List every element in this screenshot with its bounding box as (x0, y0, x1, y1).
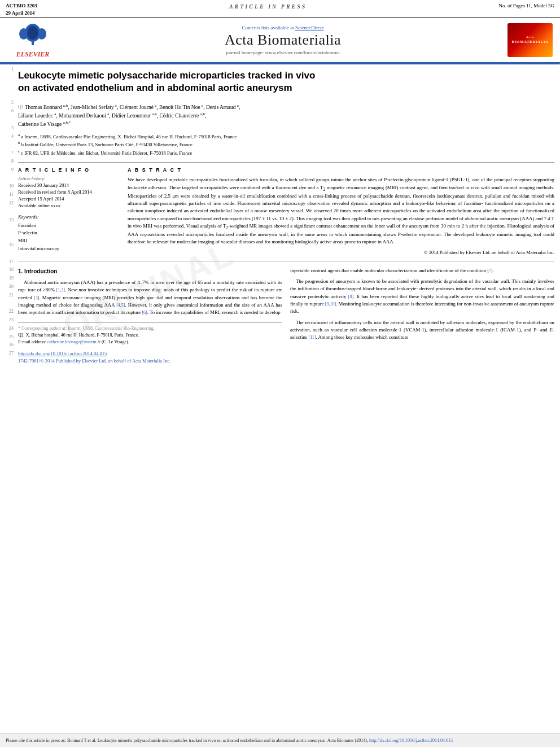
keyword-fucoidan: Fucoidan (18, 222, 120, 230)
journal-title: Acta Biomaterialia (225, 32, 341, 49)
author-catherine: Catherine Le Visage a,b,* (18, 121, 71, 127)
available-date: Available online xxxx (18, 203, 120, 209)
q2-marker: * Corresponding author at: Inserm, U698,… (18, 326, 155, 331)
citation-doi-link[interactable]: http://dx.doi.org/10.1016/j.actbio.2014.… (369, 738, 453, 743)
intro-section-title: 1. Introduction (18, 267, 282, 276)
affiliations: a a Inserm, U698, Cardiovascular Bio-Eng… (18, 132, 554, 157)
line-27: 27 (0, 350, 14, 359)
affil-b: b b Institut Galilée, Université Paris 1… (18, 140, 554, 148)
line-blank (0, 175, 14, 184)
corresponding-author-note: * Corresponding author at: Inserm, U698,… (18, 325, 282, 346)
line-21: 21 (0, 292, 14, 300)
top-header: ACTBIO 3203 29 April 2014 ARTICLE IN PRE… (0, 0, 560, 18)
accepted-date: Accepted 15 April 2014 (18, 196, 120, 203)
article-in-press-stamp: ARTICLE IN PRESS (229, 2, 307, 10)
history-label: Article history: (18, 176, 120, 181)
ref-9-10[interactable]: [9,10] (325, 302, 336, 307)
email-link[interactable]: catherine.levisage@inserm.fr (47, 339, 100, 344)
journal-code-block: ACTBIO 3203 29 April 2014 (6, 2, 37, 16)
svg-point-4 (27, 26, 38, 40)
sciencedirect-link[interactable]: ScienceDirect (295, 25, 323, 30)
ref-7[interactable]: [7] (487, 268, 492, 273)
copyright-line: © 2014 Published by Elsevier Ltd. on beh… (128, 250, 554, 255)
keyword-mri: MRI (18, 237, 120, 245)
citation-text: Please cite this article in press as: Bo… (6, 738, 368, 743)
footnote-area: * Corresponding author at: Inserm, U698,… (18, 322, 282, 346)
journal-homepage: journal homepage: www.elsevier.com/locat… (226, 50, 340, 55)
line-blank (0, 208, 14, 217)
line-4: 4 (0, 133, 14, 142)
svg-point-2 (19, 28, 28, 40)
intro-left-col: 1. Introduction Abdominal aortic aneurys… (18, 267, 282, 365)
line-26: 26 (0, 342, 14, 350)
line-5: 5 (0, 99, 14, 108)
article-info-abstract-cols: A R T I C L E I N F O Article history: R… (18, 162, 554, 255)
journal-code: ACTBIO 3203 (6, 2, 37, 10)
line-3: 3 (0, 125, 14, 133)
intro-right-col: injectable contrast agents that enable m… (290, 267, 554, 365)
issn-line: 1742-7061/© 2014 Published by Elsevier L… (18, 357, 282, 365)
line-25: 25 (0, 334, 14, 342)
citation-bar: Please cite this article in press as: Bo… (0, 733, 560, 747)
ref-3[interactable]: [3] (34, 295, 39, 300)
svg-point-3 (37, 28, 46, 40)
elsevier-wordmark: ELSEVIER (16, 50, 50, 59)
abstract-col: A B S T R A C T We have developed inject… (128, 167, 554, 255)
q1-marker: Q1 (18, 105, 25, 110)
sciencedirect-text: Contents lists available at ScienceDirec… (242, 25, 324, 30)
keywords-block: Keywords: Fucoidan P-selectin MRI Intrav… (18, 214, 120, 252)
line-8: 8 (0, 158, 14, 167)
intro-para2: injectable contrast agents that enable m… (290, 267, 554, 274)
received-date: Received 30 January 2014 (18, 182, 120, 189)
section-divider-1 (18, 261, 554, 261)
ref-11[interactable]: [11] (309, 335, 316, 340)
doi-link-1[interactable]: http://dx.doi.org/10.1016/j.actbio.2014.… (18, 350, 282, 358)
revised-date: Received in revised form 8 April 2014 (18, 189, 120, 196)
author-thomas: Thomas Bonnard a,b, Jean-Michel Serfaty … (25, 104, 240, 110)
line-19: 19 (0, 275, 14, 283)
affil-c: c c IFR 02, UFR de Médecine, site Bichat… (18, 148, 554, 157)
line-22: 22 (0, 308, 14, 317)
q2-marker-text: Q2 X. Bichat hospital, 46 rue H. Huchard… (18, 333, 139, 338)
line-7: 7 (0, 150, 14, 158)
intro-para3: The progression of aneurysm is known to … (290, 278, 554, 316)
line-13: 13 (0, 217, 14, 225)
ref-4-5[interactable]: [4,5] (116, 303, 125, 308)
line-10: 10 (0, 183, 14, 191)
article-title-section: Leukocyte mimetic polysaccharide micropa… (18, 65, 554, 98)
line-blank (0, 300, 14, 309)
line-6: 6 (0, 108, 14, 116)
line-numbers-left: 1 5 6 3 4 7 8 9 10 11 12 13 15 17 18 19 … (0, 65, 16, 365)
line-12: 12 (0, 200, 14, 208)
line-1: 1 (0, 66, 14, 75)
line-11: 11 (0, 191, 14, 200)
ref-8[interactable]: [8] (348, 294, 353, 299)
keywords-label: Keywords: (18, 214, 120, 220)
intro-para1: Abdominal aortic aneurysm (AAA) has a pr… (18, 279, 282, 317)
line-blank (0, 83, 14, 91)
article-history-block: Article history: Received 30 January 201… (18, 176, 120, 209)
journal-center: Contents lists available at ScienceDirec… (65, 21, 500, 59)
email-label: E-mail address: catherine.levisage@inser… (18, 339, 129, 344)
author-liliane: Liliane Louedec a, Mohammed Derkaoui a, … (18, 113, 206, 119)
line-17: 17 (0, 259, 14, 267)
line-blank (0, 233, 14, 242)
body-two-col: 1. Introduction Abdominal aortic aneurys… (18, 267, 554, 365)
line-9: 9 (0, 167, 14, 175)
keyword-intravital: Intravital microscopy (18, 245, 120, 253)
ref-1-2[interactable]: [1,2] (56, 287, 65, 292)
footer-links: http://dx.doi.org/10.1016/j.actbio.2014.… (18, 350, 282, 365)
keyword-pselectin: P-selectin (18, 229, 120, 237)
article-info-header: A R T I C L E I N F O (18, 167, 120, 173)
affil-a: a a Inserm, U698, Cardiovascular Bio-Eng… (18, 132, 554, 141)
line-23: 23 (0, 317, 14, 325)
elsevier-logo-area: ELSEVIER (5, 21, 61, 59)
article-info-col: A R T I C L E I N F O Article history: R… (18, 167, 120, 255)
publication-date: 29 April 2014 (6, 10, 37, 17)
abstract-text: We have developed injectable micropartic… (128, 176, 554, 246)
ref-6[interactable]: [6] (142, 310, 147, 315)
line-24: 24 (0, 325, 14, 334)
line-blank (0, 91, 14, 100)
article-content: Leukocyte mimetic polysaccharide micropa… (16, 65, 560, 365)
authors-section: Q1 Thomas Bonnard a,b, Jean-Michel Serfa… (18, 102, 554, 128)
